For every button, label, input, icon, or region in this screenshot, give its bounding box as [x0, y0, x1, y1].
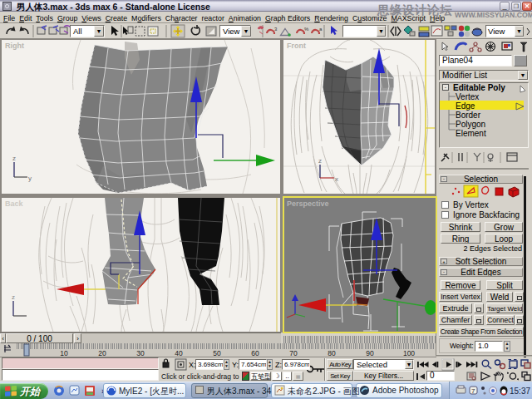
svg-text:90: 90 [366, 349, 374, 357]
svg-text:z: z [12, 155, 16, 162]
svg-text:Right: Right [5, 42, 24, 50]
svg-text:3: 3 [274, 27, 278, 32]
svg-text:80: 80 [328, 349, 336, 357]
svg-text:Back: Back [5, 200, 24, 208]
svg-text:40: 40 [175, 349, 183, 357]
svg-text:30: 30 [136, 349, 145, 357]
svg-text:50: 50 [213, 349, 221, 357]
svg-text:%: % [304, 27, 309, 32]
svg-text:100: 100 [403, 349, 415, 357]
svg-text:20: 20 [98, 349, 106, 357]
svg-text:y: y [28, 175, 32, 182]
svg-text:60: 60 [251, 349, 259, 357]
svg-text:Perspective: Perspective [287, 200, 329, 208]
svg-text:z: z [318, 157, 322, 165]
svg-text:x: x [335, 175, 338, 183]
svg-text:10: 10 [60, 349, 68, 357]
svg-text:70: 70 [289, 349, 298, 357]
svg-text:z: z [12, 293, 15, 301]
svg-text:Front: Front [287, 42, 306, 50]
svg-text:7: 7 [471, 387, 475, 395]
svg-text:a: a [319, 27, 323, 32]
